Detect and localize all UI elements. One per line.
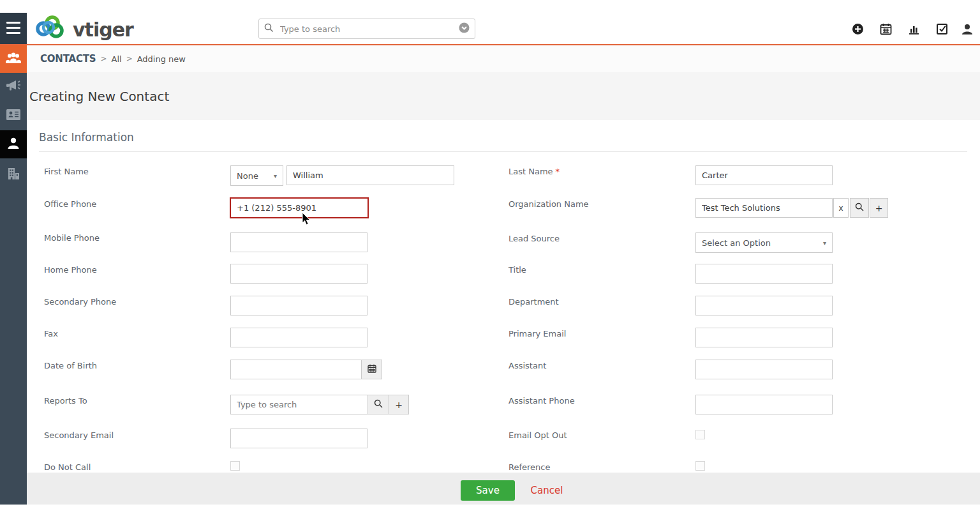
form-content: Basic Information First Name None ▾ Offi… — [27, 120, 980, 473]
sidebar-item-contacts[interactable] — [0, 130, 27, 158]
calendar-icon — [368, 364, 376, 375]
field-label-secondary-email: Secondary Email — [44, 430, 114, 440]
secondary-phone-input[interactable] — [230, 296, 368, 315]
app-sidebar — [0, 45, 27, 505]
last-name-input[interactable] — [695, 165, 833, 185]
date-picker-button[interactable] — [361, 360, 382, 379]
do-not-call-checkbox[interactable] — [230, 461, 240, 471]
save-button[interactable]: Save — [461, 480, 515, 501]
search-scope-chevron-icon[interactable] — [459, 22, 470, 36]
section-divider — [39, 151, 967, 152]
clear-x-icon: x — [838, 204, 843, 213]
breadcrumb-module[interactable]: CONTACTS — [40, 53, 96, 65]
page-title-band: Creating New Contact — [27, 72, 980, 120]
header-icon-group — [843, 19, 980, 39]
field-label-reports-to: Reports To — [44, 396, 87, 406]
global-search[interactable] — [258, 19, 475, 39]
field-label-fax: Fax — [44, 329, 58, 338]
organization-clear-button[interactable]: x — [833, 198, 849, 218]
form-action-bar: Save Cancel — [27, 473, 980, 505]
calendar-icon[interactable] — [872, 23, 900, 35]
field-label-home-phone: Home Phone — [44, 265, 97, 275]
megaphone-icon — [6, 79, 21, 95]
field-label-first-name: First Name — [44, 167, 89, 176]
field-label-department: Department — [509, 297, 559, 307]
assistant-input[interactable] — [695, 360, 833, 379]
breadcrumb: CONTACTS > All > Adding new — [27, 45, 980, 72]
field-label-assistant-phone: Assistant Phone — [509, 396, 575, 406]
field-label-mobile-phone: Mobile Phone — [44, 233, 100, 243]
salutation-select[interactable]: None ▾ — [230, 165, 283, 186]
chevron-down-icon: ▾ — [823, 239, 826, 247]
tasks-icon[interactable] — [928, 23, 956, 35]
plus-icon: + — [395, 400, 403, 410]
mobile-phone-input[interactable] — [230, 232, 368, 252]
organization-add-button[interactable]: + — [870, 198, 888, 218]
reports-chart-icon[interactable] — [900, 23, 928, 35]
field-label-title: Title — [509, 265, 526, 275]
people-group-icon — [5, 52, 22, 67]
department-input[interactable] — [695, 296, 833, 315]
sidebar-item-contacts-module[interactable] — [0, 45, 27, 73]
first-name-input[interactable] — [286, 165, 454, 185]
vtiger-logo: vtiger — [33, 15, 174, 43]
vtiger-cloud-icon — [33, 15, 70, 44]
building-icon — [6, 167, 20, 183]
fax-input[interactable] — [230, 328, 368, 347]
cancel-button[interactable]: Cancel — [524, 480, 569, 501]
field-label-secondary-phone: Secondary Phone — [44, 297, 116, 307]
field-label-email-opt-out: Email Opt Out — [509, 430, 567, 440]
secondary-email-input[interactable] — [230, 429, 368, 448]
page-title: Creating New Contact — [29, 89, 169, 104]
reference-checkbox[interactable] — [695, 461, 705, 471]
search-icon — [264, 23, 274, 35]
breadcrumb-separator: > — [126, 54, 133, 63]
field-label-assistant: Assistant — [509, 361, 546, 370]
home-phone-input[interactable] — [230, 264, 368, 284]
date-of-birth-input[interactable] — [230, 360, 362, 379]
email-opt-out-checkbox[interactable] — [695, 430, 705, 439]
field-label-lead-source: Lead Source — [509, 234, 560, 243]
search-icon — [855, 202, 864, 213]
title-input[interactable] — [695, 264, 833, 284]
breadcrumb-item-adding-new: Adding new — [137, 54, 186, 64]
plus-icon: + — [875, 203, 883, 213]
breadcrumb-item-all[interactable]: All — [112, 54, 122, 64]
field-label-do-not-call: Do Not Call — [44, 462, 91, 472]
reports-to-search-button[interactable] — [368, 395, 389, 414]
person-icon — [6, 136, 20, 153]
logo-text: vtiger — [73, 19, 133, 41]
quick-create-icon[interactable] — [843, 23, 872, 35]
reports-to-add-button[interactable]: + — [389, 395, 409, 414]
office-phone-input[interactable] — [230, 197, 369, 218]
field-label-reference: Reference — [509, 462, 550, 472]
lead-source-select[interactable]: Select an Option ▾ — [695, 232, 833, 253]
sidebar-item-leads[interactable] — [0, 101, 27, 130]
hamburger-menu-icon[interactable] — [0, 13, 27, 44]
field-label-last-name: Last Name* — [509, 167, 560, 176]
search-icon — [374, 399, 383, 410]
assistant-phone-input[interactable] — [695, 395, 833, 414]
field-label-organization-name: Organization Name — [509, 199, 589, 209]
primary-email-input[interactable] — [695, 328, 833, 347]
sidebar-item-organizations[interactable] — [0, 158, 27, 192]
global-search-input[interactable] — [279, 24, 459, 34]
section-title: Basic Information — [39, 131, 134, 144]
organization-search-button[interactable] — [850, 198, 869, 218]
chevron-down-icon: ▾ — [274, 172, 277, 179]
field-label-date-of-birth: Date of Birth — [44, 361, 97, 370]
bottom-margin — [0, 505, 980, 509]
user-profile-icon[interactable] — [956, 23, 980, 35]
sidebar-item-campaigns[interactable] — [0, 73, 27, 101]
contact-card-icon — [6, 109, 21, 123]
field-label-office-phone: Office Phone — [44, 199, 96, 209]
reports-to-input[interactable] — [230, 395, 368, 414]
breadcrumb-separator: > — [100, 54, 107, 63]
organization-name-input[interactable] — [695, 198, 833, 218]
required-marker: * — [556, 167, 560, 176]
field-label-primary-email: Primary Email — [509, 329, 566, 338]
